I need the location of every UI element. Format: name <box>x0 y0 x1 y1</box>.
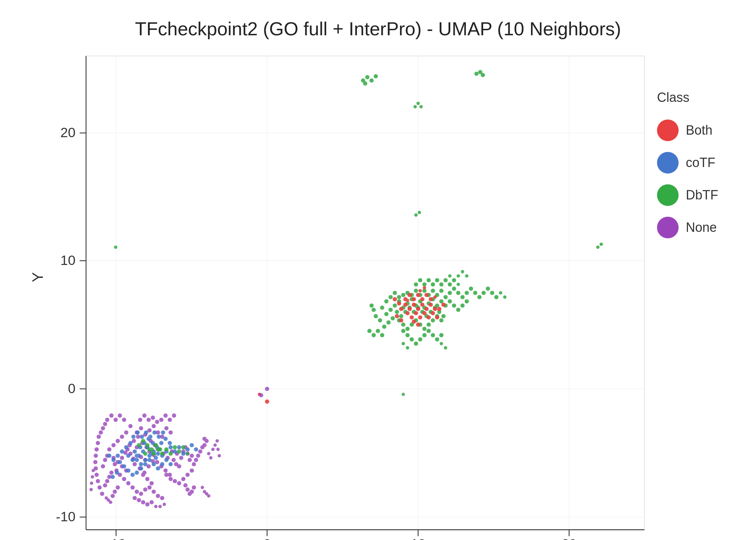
svg-point-71 <box>152 490 156 494</box>
svg-point-78 <box>179 456 184 460</box>
svg-point-136 <box>168 418 172 422</box>
svg-point-399 <box>429 303 433 307</box>
svg-point-179 <box>158 505 162 508</box>
svg-point-413 <box>420 297 424 301</box>
svg-point-400 <box>433 307 437 311</box>
svg-point-117 <box>194 458 198 462</box>
svg-point-91 <box>152 424 156 428</box>
chart-container: TFcheckpoint2 (GO full + InterPro) - UMA… <box>0 0 756 540</box>
svg-point-319 <box>431 289 435 293</box>
svg-point-180 <box>163 503 166 506</box>
svg-text:-10: -10 <box>56 509 75 524</box>
svg-point-118 <box>196 454 201 458</box>
svg-point-427 <box>433 296 437 299</box>
svg-point-55 <box>163 468 168 473</box>
svg-point-116 <box>192 462 196 467</box>
svg-point-424 <box>419 289 422 292</box>
svg-point-240 <box>161 430 165 435</box>
svg-point-262 <box>186 452 189 455</box>
svg-point-380 <box>363 81 368 86</box>
svg-point-420 <box>431 311 435 315</box>
svg-point-331 <box>384 299 388 303</box>
svg-point-68 <box>139 492 143 496</box>
svg-point-109 <box>164 473 168 477</box>
svg-point-421 <box>435 315 439 320</box>
svg-point-349 <box>448 282 452 287</box>
svg-point-385 <box>417 102 420 105</box>
svg-point-336 <box>477 295 482 299</box>
svg-point-313 <box>369 303 374 308</box>
svg-point-217 <box>139 466 143 471</box>
svg-point-209 <box>116 454 120 458</box>
svg-point-246 <box>143 451 148 456</box>
svg-point-389 <box>596 246 599 249</box>
svg-point-72 <box>156 494 160 498</box>
svg-point-337 <box>482 291 486 295</box>
svg-text:-10: -10 <box>106 536 126 540</box>
svg-point-165 <box>209 456 212 459</box>
svg-point-212 <box>118 460 122 464</box>
svg-point-215 <box>130 473 135 477</box>
svg-point-207 <box>177 445 181 450</box>
svg-point-192 <box>139 462 143 467</box>
svg-point-108 <box>103 483 107 487</box>
svg-point-381 <box>474 72 479 76</box>
svg-point-127 <box>113 490 117 494</box>
svg-point-362 <box>372 333 376 337</box>
svg-point-278 <box>395 310 399 314</box>
svg-point-261 <box>158 447 162 451</box>
cotf-circle-icon <box>657 152 679 174</box>
svg-point-384 <box>413 105 417 108</box>
svg-point-140 <box>113 418 118 422</box>
svg-point-306 <box>439 318 444 323</box>
svg-point-223 <box>164 458 168 462</box>
svg-point-113 <box>181 477 185 481</box>
svg-point-142 <box>105 418 109 422</box>
svg-point-297 <box>401 323 405 327</box>
svg-point-258 <box>145 443 150 447</box>
svg-point-328 <box>397 295 401 299</box>
svg-point-374 <box>440 342 443 345</box>
plot-region: -10 0 10 20 -10 0 10 <box>52 47 729 540</box>
svg-point-134 <box>159 418 163 422</box>
svg-point-146 <box>96 435 101 439</box>
svg-point-406 <box>427 315 431 320</box>
svg-point-329 <box>393 291 397 295</box>
svg-point-112 <box>177 481 181 485</box>
svg-point-147 <box>96 441 100 445</box>
svg-point-302 <box>422 327 427 331</box>
svg-point-150 <box>93 460 98 464</box>
svg-point-233 <box>131 435 136 439</box>
svg-point-101 <box>107 447 112 451</box>
svg-point-386 <box>419 105 423 108</box>
svg-point-121 <box>132 496 137 500</box>
svg-point-368 <box>456 283 460 286</box>
svg-text:10: 10 <box>410 536 426 540</box>
chart-area: Y <box>27 47 729 508</box>
svg-point-61 <box>145 477 150 481</box>
cotf-label: coTF <box>686 155 715 170</box>
svg-point-168 <box>216 439 219 442</box>
svg-point-35 <box>132 462 137 467</box>
y-axis-label: Y <box>27 47 49 508</box>
svg-point-216 <box>135 471 139 475</box>
svg-point-322 <box>444 295 448 299</box>
svg-point-103 <box>103 458 107 462</box>
svg-point-289 <box>441 314 446 318</box>
svg-point-309 <box>382 325 387 329</box>
svg-point-100 <box>112 443 116 447</box>
svg-point-379 <box>374 74 378 78</box>
svg-point-388 <box>418 211 421 214</box>
svg-point-323 <box>448 291 452 295</box>
svg-point-202 <box>129 441 133 445</box>
svg-point-312 <box>372 308 376 312</box>
legend-item-cotf: coTF <box>657 152 718 174</box>
svg-point-232 <box>168 441 172 445</box>
svg-point-183 <box>90 482 93 485</box>
svg-point-333 <box>465 291 469 295</box>
svg-point-95 <box>168 430 173 435</box>
svg-point-387 <box>414 213 418 217</box>
svg-point-255 <box>181 445 185 450</box>
svg-point-252 <box>168 451 173 456</box>
svg-text:10: 10 <box>60 253 76 268</box>
